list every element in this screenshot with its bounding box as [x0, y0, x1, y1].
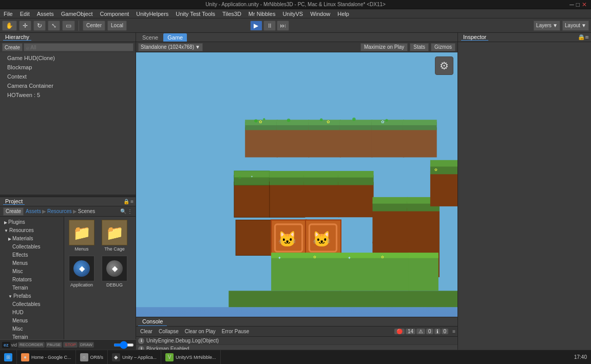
- menu-edit[interactable]: Edit: [18, 11, 31, 17]
- console-tab[interactable]: Console: [138, 317, 167, 326]
- menu-unityvs[interactable]: UnityVS: [281, 11, 304, 17]
- hierarchy-menu-icon[interactable]: ≡: [586, 34, 589, 40]
- console-clear-on-play-btn[interactable]: Clear on Play: [183, 328, 218, 335]
- asset-debug[interactable]: ◆ DEBUG: [99, 255, 130, 289]
- scene-settings-button[interactable]: ⚙: [435, 56, 453, 75]
- tree-collectables-mat[interactable]: Collectables: [0, 242, 64, 251]
- log-icon-0: ℹ: [138, 338, 144, 344]
- project-lock-icon[interactable]: 🔒: [123, 199, 129, 204]
- project-create-btn[interactable]: Create: [3, 207, 24, 216]
- resolution-dropdown[interactable]: Standalone (1024x768) ▼: [138, 43, 203, 51]
- recorder-slider[interactable]: [113, 343, 134, 347]
- maximize-on-play-btn[interactable]: Maximize on Play: [360, 43, 408, 51]
- taskbar-or8s[interactable]: ○ OR8/s: [76, 350, 108, 365]
- menu-unityhelpers[interactable]: UnityHelpers: [135, 11, 170, 17]
- pause-button[interactable]: ⏸: [263, 21, 276, 31]
- tree-terrain-mat[interactable]: Terrain: [0, 283, 64, 292]
- tree-plugins[interactable]: Plugins: [0, 218, 64, 226]
- taskbar-unityvs[interactable]: V UnityVS MrNibble...: [161, 350, 221, 365]
- stats-btn[interactable]: Stats: [410, 43, 429, 51]
- error-count-val: 14: [406, 329, 415, 334]
- play-controls: ▶ ⏸ ⏭: [250, 21, 289, 31]
- console-clear-btn[interactable]: Clear: [138, 328, 155, 335]
- taskbar-start[interactable]: ⊞: [0, 350, 17, 365]
- console-collapse-btn[interactable]: Collapse: [157, 328, 181, 335]
- project-search-icon[interactable]: 🔍: [120, 208, 126, 214]
- menu-mr-nibbles[interactable]: Mr Nibbles: [247, 11, 277, 17]
- console-row-0[interactable]: ℹ UnityEngine.Debug.Log(Object): [136, 337, 457, 345]
- asset-application[interactable]: ◆ Application: [66, 255, 97, 289]
- hierarchy-tab[interactable]: Hierarchy: [3, 34, 31, 41]
- svg-rect-63: [340, 255, 375, 291]
- hierarchy-item-4[interactable]: HOTween : 5: [0, 90, 136, 100]
- menu-window[interactable]: Window: [309, 11, 332, 17]
- asset-menus[interactable]: 📁 Menus: [66, 219, 97, 253]
- svg-rect-4: [277, 127, 310, 157]
- menu-file[interactable]: File: [2, 11, 14, 17]
- tree-hud[interactable]: HUD: [0, 308, 64, 316]
- tree-materials[interactable]: Materials: [0, 234, 64, 242]
- recorder-pause-btn[interactable]: PAUSE: [46, 342, 63, 348]
- or8s-icon: ○: [80, 353, 88, 361]
- local-button[interactable]: Local: [107, 21, 127, 31]
- close-btn[interactable]: ✕: [582, 1, 587, 8]
- tree-menus-mat[interactable]: Menus: [0, 259, 64, 267]
- console-error-pause-btn[interactable]: Error Pause: [220, 328, 251, 335]
- tree-rotators[interactable]: Rotators: [0, 275, 64, 283]
- hierarchy-lock-icon[interactable]: 🔒: [579, 34, 585, 40]
- tree-effects[interactable]: Effects: [0, 251, 64, 259]
- console-menu-icon[interactable]: ≡: [452, 329, 455, 334]
- tree-misc-mat[interactable]: Misc: [0, 267, 64, 275]
- menu-component[interactable]: Component: [98, 11, 130, 17]
- hierarchy-item-2[interactable]: Context: [0, 72, 136, 81]
- hierarchy-create-btn[interactable]: Create: [2, 43, 23, 51]
- gizmos-btn[interactable]: Gizmos: [431, 43, 455, 51]
- layout-dropdown[interactable]: Layout ▼: [562, 21, 589, 31]
- game-scene: ✿ ✿ ✿ ✿ ✦: [136, 52, 457, 317]
- hierarchy-item-0[interactable]: Game HUD(Clone): [0, 53, 136, 63]
- taskbar-time: 17:40: [570, 354, 591, 360]
- menu-assets[interactable]: Assets: [35, 11, 55, 17]
- hierarchy-item-3[interactable]: Camera Container: [0, 81, 136, 90]
- restore-btn[interactable]: □: [576, 1, 580, 8]
- svg-text:✦: ✦: [348, 255, 351, 260]
- asset-the-cage[interactable]: 📁 The Cage: [99, 219, 130, 253]
- inspector-tab[interactable]: Inspector: [461, 34, 488, 41]
- project-menu-icon[interactable]: ≡: [130, 199, 134, 204]
- tool-hand[interactable]: ✋: [2, 21, 17, 31]
- menu-help[interactable]: Help: [336, 11, 351, 17]
- tool-scale[interactable]: ⤡: [48, 21, 60, 31]
- center-button[interactable]: Center: [83, 21, 105, 31]
- tab-scene[interactable]: Scene: [138, 33, 162, 42]
- tool-rotate[interactable]: ↻: [33, 21, 46, 31]
- console-counts: 🔴 14 ⚠ 0 ℹ 0: [394, 329, 448, 334]
- minimize-btn[interactable]: ─: [569, 1, 574, 8]
- svg-rect-70: [409, 253, 439, 258]
- taskbar-unity[interactable]: ◆ Unity – Applica...: [108, 350, 161, 365]
- step-button[interactable]: ⏭: [277, 21, 289, 31]
- layers-dropdown[interactable]: Layers ▼: [533, 21, 560, 31]
- tree-misc-pf[interactable]: Misc: [0, 324, 64, 333]
- recorder-draw-btn[interactable]: DRAW: [79, 342, 94, 348]
- tool-move[interactable]: ✛: [19, 21, 31, 31]
- menu-tiles3d[interactable]: Tiles3D: [221, 11, 243, 17]
- hierarchy-search[interactable]: [24, 43, 134, 51]
- menu-test-tools[interactable]: Unity Test Tools: [174, 11, 217, 17]
- tree-prefabs[interactable]: Prefabs: [0, 292, 64, 300]
- tree-menus-pf[interactable]: Menus: [0, 316, 64, 324]
- svg-rect-64: [374, 255, 410, 291]
- project-tab[interactable]: Project: [3, 198, 25, 205]
- taskbar-chrome[interactable]: ● Home - Google C...: [17, 350, 76, 365]
- project-dots-icon[interactable]: ⋮: [127, 208, 132, 214]
- hierarchy-item-1[interactable]: Blockmap: [0, 63, 136, 72]
- game-viewport[interactable]: ✿ ✿ ✿ ✿ ✦: [136, 52, 457, 317]
- svg-rect-52: [407, 208, 440, 243]
- play-button[interactable]: ▶: [250, 21, 262, 31]
- tab-game[interactable]: Game: [163, 33, 187, 42]
- tree-resources[interactable]: Resources: [0, 226, 64, 234]
- tool-rect[interactable]: ▭: [62, 21, 75, 31]
- recorder-stop-btn[interactable]: STOP: [63, 342, 78, 348]
- menu-gameobject[interactable]: GameObject: [60, 11, 94, 17]
- tree-collectables-pf[interactable]: Collectables: [0, 300, 64, 308]
- console-toolbar: Clear Collapse Clear on Play Error Pause…: [136, 327, 457, 337]
